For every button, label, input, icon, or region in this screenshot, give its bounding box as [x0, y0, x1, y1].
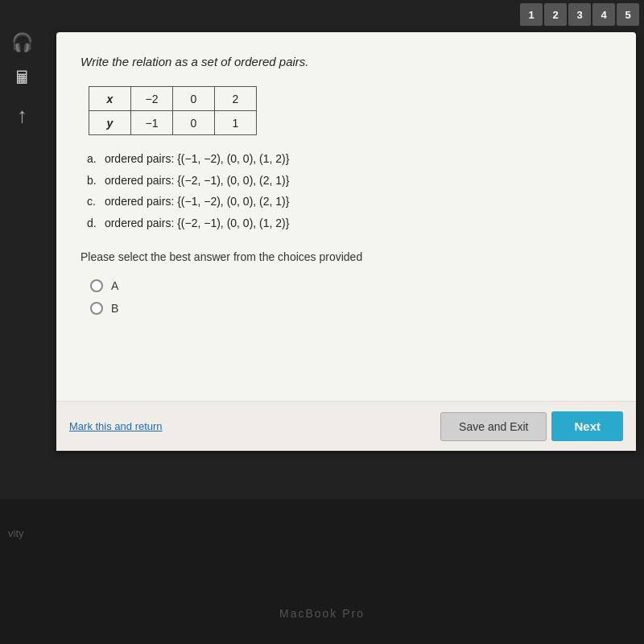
table-x-val-2: 0: [173, 87, 215, 111]
calculator-icon[interactable]: 🖩: [14, 68, 31, 89]
answer-choices: a. ordered pairs: {(−1, −2), (0, 0), (1,…: [87, 151, 612, 231]
choice-c-text: ordered pairs: {(−1, −2), (0, 0), (2, 1)…: [105, 195, 290, 208]
table-y-val-2: 0: [173, 111, 215, 135]
next-button[interactable]: Next: [551, 411, 623, 441]
choice-a-label: a.: [87, 151, 101, 167]
radio-group: A B: [90, 279, 612, 315]
table-x-val-3: 2: [215, 87, 257, 111]
macbook-label: MacBook Pro: [279, 607, 365, 620]
content-card: Write the relation as a set of ordered p…: [56, 32, 636, 451]
choice-b: b. ordered pairs: {(−2, −1), (0, 0), (2,…: [87, 173, 612, 189]
mark-return-link[interactable]: Mark this and return: [69, 420, 440, 432]
q-num-2[interactable]: 2: [544, 3, 567, 26]
choice-d: d. ordered pairs: {(−2, −1), (0, 0), (1,…: [87, 216, 612, 232]
arrow-up-icon[interactable]: ↑: [17, 103, 27, 128]
question-instruction: Write the relation as a set of ordered p…: [80, 55, 612, 68]
headphones-icon[interactable]: 🎧: [11, 32, 33, 53]
choice-b-label: b.: [87, 173, 101, 189]
relation-table: x −2 0 2 y −1 0 1: [89, 86, 257, 135]
action-bar: Mark this and return Save and Exit Next: [56, 401, 636, 451]
radio-option-b[interactable]: B: [90, 302, 612, 315]
activity-label: vity: [8, 527, 24, 539]
table-header-x: x: [89, 87, 131, 111]
radio-circle-b[interactable]: [90, 302, 103, 315]
table-x-val-1: −2: [131, 87, 173, 111]
choice-c: c. ordered pairs: {(−1, −2), (0, 0), (2,…: [87, 194, 612, 210]
choice-d-label: d.: [87, 216, 101, 232]
laptop-bottom: [0, 499, 644, 644]
q-num-5[interactable]: 5: [617, 3, 639, 26]
choice-c-label: c.: [87, 194, 101, 210]
left-sidebar: 🎧 🖩 ↑: [0, 24, 44, 128]
choice-b-text: ordered pairs: {(−2, −1), (0, 0), (2, 1)…: [105, 174, 290, 187]
save-exit-button[interactable]: Save and Exit: [440, 412, 547, 441]
radio-option-a[interactable]: A: [90, 279, 612, 292]
radio-circle-a[interactable]: [90, 279, 103, 292]
q-num-1[interactable]: 1: [520, 3, 543, 26]
choice-a: a. ordered pairs: {(−1, −2), (0, 0), (1,…: [87, 151, 612, 167]
question-number-bar: 1 2 3 4 5: [515, 0, 644, 29]
choice-a-text: ordered pairs: {(−1, −2), (0, 0), (1, 2)…: [105, 152, 290, 165]
radio-label-a: A: [111, 279, 118, 292]
q-num-3[interactable]: 3: [568, 3, 591, 26]
radio-label-b: B: [111, 302, 118, 315]
table-y-val-3: 1: [215, 111, 257, 135]
table-header-y: y: [89, 111, 131, 135]
select-prompt: Please select the best answer from the c…: [80, 250, 612, 263]
q-num-4[interactable]: 4: [592, 3, 615, 26]
choice-d-text: ordered pairs: {(−2, −1), (0, 0), (1, 2)…: [105, 217, 290, 229]
table-y-val-1: −1: [131, 111, 173, 135]
